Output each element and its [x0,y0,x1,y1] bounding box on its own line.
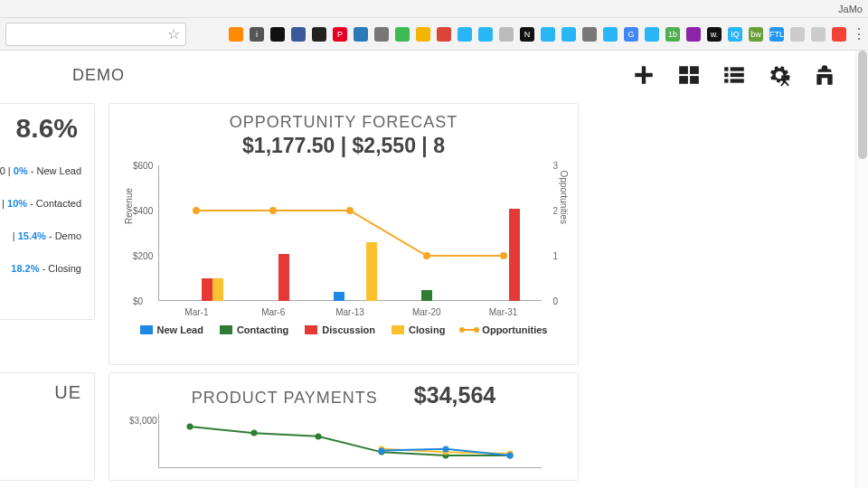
y-right-tick: 3 [552,161,558,171]
payments-title: PRODUCT PAYMENTS [192,389,378,408]
svg-rect-7 [731,67,744,70]
line-point [187,424,193,430]
extensions-row: iPNG1bw.IQbwFTL [192,27,846,42]
extension-icon[interactable]: G [624,27,638,42]
line-point [315,433,321,439]
extension-icon[interactable] [312,27,326,42]
payments-value: $34,564 [414,382,495,408]
extension-icon[interactable] [478,27,493,42]
agent-icon[interactable] [812,64,837,86]
header-actions [631,64,846,86]
bar [212,278,223,301]
extension-icon[interactable] [499,27,514,42]
extension-icon[interactable] [561,27,576,42]
x-tick: Mar-20 [412,307,441,317]
svg-rect-9 [731,73,744,77]
line-point [379,447,385,454]
line-point [269,207,277,214]
y-right-title: Opportunities [559,171,569,224]
bar [278,254,289,302]
extension-icon[interactable]: P [333,27,347,42]
x-tick: Mar-31 [489,307,518,317]
legend-item: New Lead [140,324,203,335]
kpi-line: 18.2% - Closing [0,263,81,274]
kpi-headline: 8.6% [0,113,81,144]
payments-card: PRODUCT PAYMENTS $34,564 $3,000 [108,372,579,481]
svg-rect-10 [724,79,728,82]
extension-icon[interactable]: i [250,27,264,42]
extension-icon[interactable]: N [520,27,534,42]
extension-icon[interactable] [270,27,285,42]
svg-rect-4 [679,76,688,84]
extension-icon[interactable] [582,27,597,42]
app-header: DEMO [0,51,868,99]
y-left-tick: $600 [133,161,153,171]
browser-titlebar: JaMo [0,0,868,18]
extension-icon[interactable]: IQ [728,27,742,42]
ue-title: UE [0,382,81,403]
extension-icon[interactable]: w. [707,27,722,42]
kpi-line: 4 | 10% - Contacted [0,198,81,209]
app-viewport: DEMO 8.6% 0% | 0 | 0% - New Lead4 | [0,51,868,488]
extension-icon[interactable]: bw [749,27,763,42]
line-point [251,430,258,436]
extension-icon[interactable] [686,27,701,42]
extension-icon[interactable] [229,27,243,42]
extension-icon[interactable]: 1b [665,27,680,42]
line-point [500,252,507,259]
legend-item: Opportunities [461,324,547,335]
ue-card: UE [0,372,95,481]
star-icon[interactable]: ☆ [167,25,180,42]
y-right-tick: 0 [552,296,558,306]
scrollbar[interactable] [855,51,868,488]
line-point [346,207,354,214]
kpi-line: | 15.4% - Demo [0,230,81,241]
line-point [423,252,430,259]
svg-rect-2 [679,66,688,74]
scrollbar-thumb[interactable] [858,51,867,159]
payments-plot: $3,000 [158,414,542,468]
forecast-plot: Revenue Opportunities $0$200$400$6000123… [158,165,542,319]
x-tick: Mar-1 [184,307,208,317]
kpi-line: 0% | 0 | 0% - New Lead [0,165,81,176]
address-bar[interactable]: ☆ [5,23,186,46]
extension-icon[interactable] [458,27,472,42]
svg-rect-5 [690,76,699,84]
legend-item: Closing [392,324,445,335]
extension-icon[interactable] [291,27,306,42]
legend-item: Contacting [220,324,288,335]
bar [366,242,377,301]
browser-menu-icon[interactable]: ⋮ [852,25,863,42]
extension-icon[interactable] [437,27,451,42]
plus-icon[interactable] [631,64,656,86]
page-title: DEMO [72,66,125,85]
forecast-title: OPPORTUNITY FORECAST [122,113,565,132]
browser-toolbar: ☆ iPNG1bw.IQbwFTL ⋮ [0,18,868,51]
list-icon[interactable] [722,64,747,86]
svg-rect-6 [724,67,728,70]
extension-icon[interactable] [811,27,826,42]
svg-rect-11 [731,79,744,82]
bar [509,209,520,302]
forecast-subtitle: $1,177.50 | $2,550 | 8 [122,134,565,158]
x-tick: Mar-6 [261,307,285,317]
extension-icon[interactable] [603,27,618,42]
y-right-tick: 2 [552,206,558,216]
forecast-card: OPPORTUNITY FORECAST $1,177.50 | $2,550 … [108,103,579,365]
extension-icon[interactable] [832,27,846,42]
extension-icon[interactable] [354,27,368,42]
bar [202,278,212,301]
extension-icon[interactable] [374,27,389,42]
extension-icon[interactable] [395,27,410,42]
extension-icon[interactable] [645,27,659,42]
gear-icon[interactable] [767,64,792,86]
extension-icon[interactable] [541,27,555,42]
forecast-legend: New LeadContactingDiscussionClosingOppor… [122,324,565,335]
line-point [506,452,513,458]
y-left-tick: $0 [133,296,143,306]
browser-profile: JaMo [838,4,863,14]
extension-icon[interactable] [416,27,430,42]
extension-icon[interactable]: FTL [769,27,784,42]
grid-icon[interactable] [676,64,702,86]
extension-icon[interactable] [790,27,805,42]
